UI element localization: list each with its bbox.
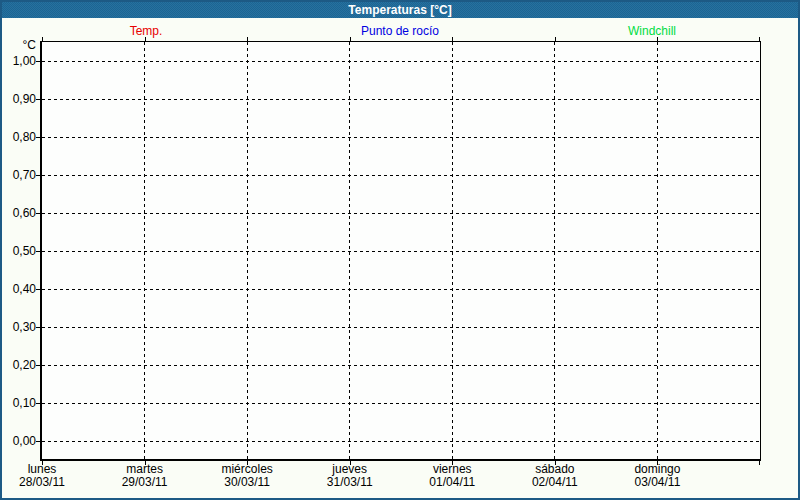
y-tick-label: 0,10 <box>0 396 36 410</box>
x-gridline <box>144 42 145 459</box>
y-axis-tick <box>36 61 40 62</box>
date-label: 03/04/11 <box>607 476 707 489</box>
x-gridline <box>554 42 555 459</box>
x-axis-top-tick <box>452 37 453 41</box>
date-label: 31/03/11 <box>300 476 400 489</box>
y-gridline <box>42 175 760 176</box>
chart-title: Temperaturas [°C] <box>348 3 451 17</box>
y-tick-label: 0,20 <box>0 358 36 372</box>
y-tick-label: 0,80 <box>0 130 36 144</box>
x-axis-top-tick <box>555 37 556 41</box>
x-axis-top-tick <box>145 37 146 41</box>
x-axis-day-label: sábado02/04/11 <box>505 463 605 489</box>
y-gridline <box>42 137 760 138</box>
y-axis-tick <box>36 175 40 176</box>
x-axis-day-label: viernes01/04/11 <box>402 463 502 489</box>
x-axis-day-label: jueves31/03/11 <box>300 463 400 489</box>
y-axis-tick <box>36 327 40 328</box>
y-axis-unit-label: °C <box>0 38 36 52</box>
y-gridline <box>42 327 760 328</box>
y-tick-label: 0,60 <box>0 206 36 220</box>
y-gridline <box>42 99 760 100</box>
y-axis-tick <box>36 403 40 404</box>
date-label: 02/04/11 <box>505 476 605 489</box>
y-gridline <box>42 289 760 290</box>
plot-area: °C 1,000,900,800,700,600,500,400,300,200… <box>40 41 761 461</box>
y-gridline <box>42 365 760 366</box>
title-bar: Temperaturas [°C] <box>2 2 798 18</box>
chart-legend: Temp. Punto de rocío Windchill <box>2 24 798 38</box>
y-gridline <box>42 441 760 442</box>
y-axis-tick <box>36 213 40 214</box>
y-tick-label: 0,00 <box>0 434 36 448</box>
x-gridline <box>247 42 248 459</box>
x-axis-top-tick <box>657 37 658 41</box>
y-gridline <box>42 61 760 62</box>
y-gridline <box>42 251 760 252</box>
y-axis-tick <box>36 99 40 100</box>
x-axis-top-tick <box>42 37 43 41</box>
y-tick-label: 0,30 <box>0 320 36 334</box>
x-axis-day-label: martes29/03/11 <box>95 463 195 489</box>
x-axis-day-label: miércoles30/03/11 <box>197 463 297 489</box>
x-axis-bottom-tick <box>759 461 760 465</box>
y-gridline <box>42 213 760 214</box>
legend-item-dew-point: Punto de rocío <box>320 24 480 38</box>
weather-chart-panel: Temperaturas [°C] Temp. Punto de rocío W… <box>0 0 800 500</box>
y-tick-label: 0,40 <box>0 282 36 296</box>
y-tick-label: 0,90 <box>0 92 36 106</box>
x-axis-top-tick <box>247 37 248 41</box>
x-gridline <box>657 42 658 459</box>
date-label: 01/04/11 <box>402 476 502 489</box>
y-axis-tick <box>36 289 40 290</box>
legend-item-temp: Temp. <box>66 24 226 38</box>
legend-item-windchill: Windchill <box>572 24 732 38</box>
y-axis-tick <box>36 137 40 138</box>
y-tick-label: 0,50 <box>0 244 36 258</box>
date-label: 28/03/11 <box>0 476 92 489</box>
y-axis-tick <box>36 365 40 366</box>
y-gridline <box>42 403 760 404</box>
date-label: 30/03/11 <box>197 476 297 489</box>
y-tick-label: 1,00 <box>0 54 36 68</box>
x-gridline <box>349 42 350 459</box>
x-axis-top-tick <box>759 37 760 41</box>
x-axis-day-label: domingo03/04/11 <box>607 463 707 489</box>
x-axis-day-label: lunes28/03/11 <box>0 463 92 489</box>
y-tick-label: 0,70 <box>0 168 36 182</box>
x-axis-top-tick <box>350 37 351 41</box>
date-label: 29/03/11 <box>95 476 195 489</box>
x-gridline <box>452 42 453 459</box>
y-axis-tick <box>36 441 40 442</box>
y-axis-tick <box>36 251 40 252</box>
